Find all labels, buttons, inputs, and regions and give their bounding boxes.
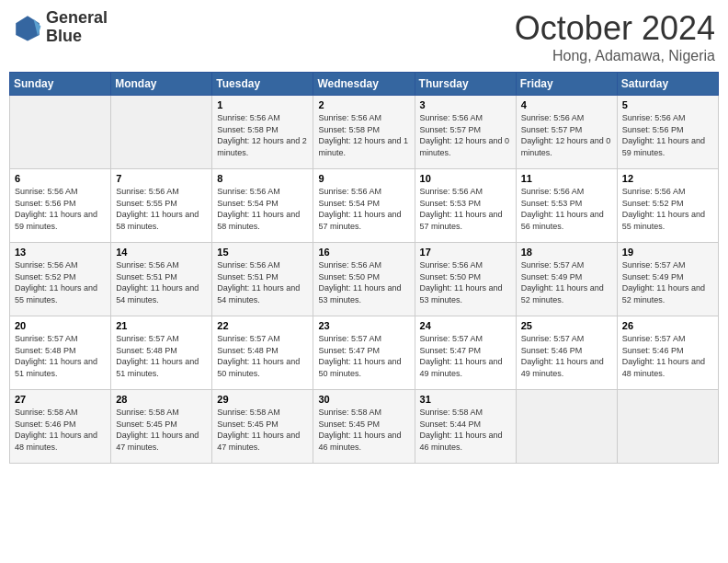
day-number: 15 — [217, 247, 308, 258]
day-info: Sunrise: 5:56 AM Sunset: 5:54 PM Dayligh… — [318, 186, 409, 232]
day-info: Sunrise: 5:58 AM Sunset: 5:45 PM Dayligh… — [217, 407, 308, 453]
day-number: 14 — [116, 247, 207, 258]
day-info: Sunrise: 5:56 AM Sunset: 5:53 PM Dayligh… — [521, 186, 612, 232]
day-cell: 27Sunrise: 5:58 AM Sunset: 5:46 PM Dayli… — [10, 390, 111, 464]
day-number: 11 — [521, 173, 612, 184]
day-info: Sunrise: 5:56 AM Sunset: 5:52 PM Dayligh… — [622, 186, 713, 232]
day-info: Sunrise: 5:58 AM Sunset: 5:45 PM Dayligh… — [318, 407, 409, 453]
day-cell: 24Sunrise: 5:57 AM Sunset: 5:47 PM Dayli… — [415, 316, 516, 390]
day-info: Sunrise: 5:58 AM Sunset: 5:44 PM Dayligh… — [420, 407, 511, 453]
logo: General Blue — [13, 9, 108, 46]
week-row-4: 20Sunrise: 5:57 AM Sunset: 5:48 PM Dayli… — [10, 316, 719, 390]
day-number: 2 — [318, 99, 409, 110]
logo-icon — [13, 13, 42, 42]
page-header: General Blue October 2024 Hong, Adamawa,… — [9, 9, 719, 64]
day-number: 1 — [217, 99, 308, 110]
day-cell: 17Sunrise: 5:56 AM Sunset: 5:50 PM Dayli… — [415, 243, 516, 316]
day-header-monday: Monday — [111, 73, 212, 96]
day-cell: 23Sunrise: 5:57 AM Sunset: 5:47 PM Dayli… — [313, 316, 415, 390]
day-cell: 20Sunrise: 5:57 AM Sunset: 5:48 PM Dayli… — [10, 316, 111, 390]
day-cell: 31Sunrise: 5:58 AM Sunset: 5:44 PM Dayli… — [415, 390, 516, 464]
day-cell: 21Sunrise: 5:57 AM Sunset: 5:48 PM Dayli… — [111, 316, 212, 390]
month-title: October 2024 — [515, 9, 715, 48]
location: Hong, Adamawa, Nigeria — [515, 48, 715, 64]
day-info: Sunrise: 5:57 AM Sunset: 5:49 PM Dayligh… — [622, 259, 713, 305]
day-number: 31 — [420, 394, 511, 405]
day-number: 28 — [116, 394, 207, 405]
day-info: Sunrise: 5:56 AM Sunset: 5:51 PM Dayligh… — [116, 259, 207, 305]
day-cell: 12Sunrise: 5:56 AM Sunset: 5:52 PM Dayli… — [617, 169, 718, 243]
day-cell: 5Sunrise: 5:56 AM Sunset: 5:56 PM Daylig… — [617, 96, 718, 169]
day-number: 9 — [318, 173, 409, 184]
day-number: 18 — [521, 247, 612, 258]
day-number: 30 — [318, 394, 409, 405]
day-number: 4 — [521, 99, 612, 110]
day-number: 23 — [318, 320, 409, 331]
day-number: 13 — [15, 247, 106, 258]
week-row-2: 6Sunrise: 5:56 AM Sunset: 5:56 PM Daylig… — [10, 169, 719, 243]
day-info: Sunrise: 5:57 AM Sunset: 5:46 PM Dayligh… — [622, 333, 713, 379]
day-info: Sunrise: 5:56 AM Sunset: 5:57 PM Dayligh… — [420, 112, 511, 158]
day-info: Sunrise: 5:56 AM Sunset: 5:57 PM Dayligh… — [521, 112, 612, 158]
day-number: 5 — [622, 99, 713, 110]
day-cell: 30Sunrise: 5:58 AM Sunset: 5:45 PM Dayli… — [313, 390, 415, 464]
day-info: Sunrise: 5:56 AM Sunset: 5:52 PM Dayligh… — [15, 259, 106, 305]
day-number: 24 — [420, 320, 511, 331]
day-info: Sunrise: 5:56 AM Sunset: 5:58 PM Dayligh… — [318, 112, 409, 158]
day-info: Sunrise: 5:56 AM Sunset: 5:53 PM Dayligh… — [420, 186, 511, 232]
day-cell: 29Sunrise: 5:58 AM Sunset: 5:45 PM Dayli… — [212, 390, 313, 464]
day-header-saturday: Saturday — [617, 73, 718, 96]
day-number: 10 — [420, 173, 511, 184]
day-number: 27 — [15, 394, 106, 405]
calendar-table: SundayMondayTuesdayWednesdayThursdayFrid… — [9, 72, 719, 464]
week-row-5: 27Sunrise: 5:58 AM Sunset: 5:46 PM Dayli… — [10, 390, 719, 464]
day-number: 19 — [622, 247, 713, 258]
day-info: Sunrise: 5:58 AM Sunset: 5:45 PM Dayligh… — [116, 407, 207, 453]
day-number: 22 — [217, 320, 308, 331]
day-number: 7 — [116, 173, 207, 184]
day-cell: 26Sunrise: 5:57 AM Sunset: 5:46 PM Dayli… — [617, 316, 718, 390]
day-cell: 28Sunrise: 5:58 AM Sunset: 5:45 PM Dayli… — [111, 390, 212, 464]
day-header-friday: Friday — [516, 73, 617, 96]
day-number: 16 — [318, 247, 409, 258]
day-number: 3 — [420, 99, 511, 110]
day-number: 20 — [15, 320, 106, 331]
day-info: Sunrise: 5:57 AM Sunset: 5:46 PM Dayligh… — [521, 333, 612, 379]
day-info: Sunrise: 5:57 AM Sunset: 5:48 PM Dayligh… — [15, 333, 106, 379]
day-cell — [516, 390, 617, 464]
day-number: 29 — [217, 394, 308, 405]
day-info: Sunrise: 5:56 AM Sunset: 5:51 PM Dayligh… — [217, 259, 308, 305]
day-number: 6 — [15, 173, 106, 184]
day-cell: 19Sunrise: 5:57 AM Sunset: 5:49 PM Dayli… — [617, 243, 718, 316]
day-cell: 18Sunrise: 5:57 AM Sunset: 5:49 PM Dayli… — [516, 243, 617, 316]
day-cell: 6Sunrise: 5:56 AM Sunset: 5:56 PM Daylig… — [10, 169, 111, 243]
day-number: 8 — [217, 173, 308, 184]
day-cell — [617, 390, 718, 464]
day-header-sunday: Sunday — [10, 73, 111, 96]
day-info: Sunrise: 5:57 AM Sunset: 5:49 PM Dayligh… — [521, 259, 612, 305]
title-block: October 2024 Hong, Adamawa, Nigeria — [515, 9, 715, 64]
day-header-tuesday: Tuesday — [212, 73, 313, 96]
day-cell: 1Sunrise: 5:56 AM Sunset: 5:58 PM Daylig… — [212, 96, 313, 169]
day-info: Sunrise: 5:57 AM Sunset: 5:47 PM Dayligh… — [420, 333, 511, 379]
day-cell — [111, 96, 212, 169]
day-header-thursday: Thursday — [415, 73, 516, 96]
day-info: Sunrise: 5:57 AM Sunset: 5:48 PM Dayligh… — [116, 333, 207, 379]
week-row-3: 13Sunrise: 5:56 AM Sunset: 5:52 PM Dayli… — [10, 243, 719, 316]
day-cell — [10, 96, 111, 169]
day-number: 21 — [116, 320, 207, 331]
day-cell: 16Sunrise: 5:56 AM Sunset: 5:50 PM Dayli… — [313, 243, 415, 316]
day-cell: 14Sunrise: 5:56 AM Sunset: 5:51 PM Dayli… — [111, 243, 212, 316]
day-cell: 7Sunrise: 5:56 AM Sunset: 5:55 PM Daylig… — [111, 169, 212, 243]
header-row: SundayMondayTuesdayWednesdayThursdayFrid… — [10, 73, 719, 96]
day-cell: 13Sunrise: 5:56 AM Sunset: 5:52 PM Dayli… — [10, 243, 111, 316]
day-cell: 11Sunrise: 5:56 AM Sunset: 5:53 PM Dayli… — [516, 169, 617, 243]
day-info: Sunrise: 5:57 AM Sunset: 5:47 PM Dayligh… — [318, 333, 409, 379]
day-cell: 8Sunrise: 5:56 AM Sunset: 5:54 PM Daylig… — [212, 169, 313, 243]
day-number: 12 — [622, 173, 713, 184]
day-header-wednesday: Wednesday — [313, 73, 415, 96]
day-number: 26 — [622, 320, 713, 331]
svg-marker-0 — [16, 16, 40, 40]
day-info: Sunrise: 5:56 AM Sunset: 5:54 PM Dayligh… — [217, 186, 308, 232]
day-cell: 9Sunrise: 5:56 AM Sunset: 5:54 PM Daylig… — [313, 169, 415, 243]
